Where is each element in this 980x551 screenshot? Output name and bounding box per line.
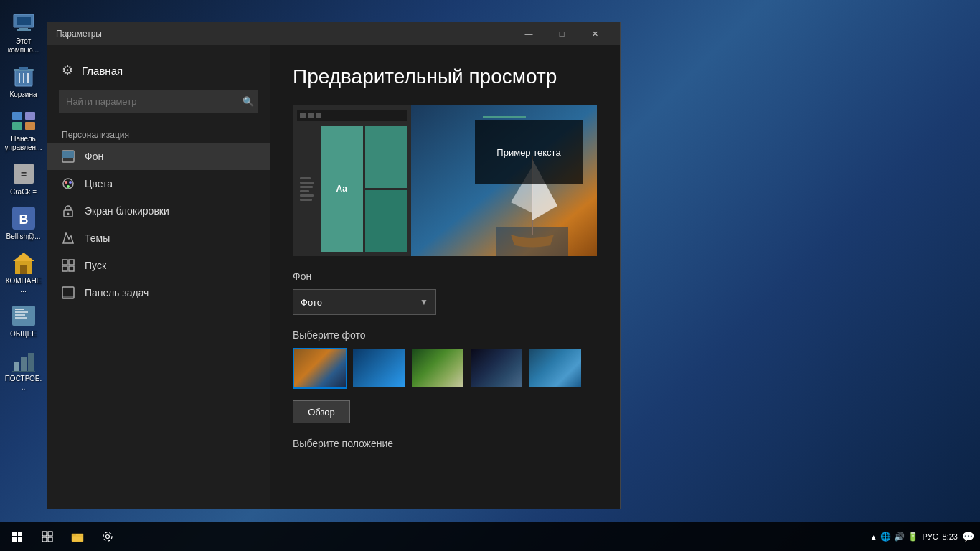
notification-icon[interactable]: 💬	[962, 531, 974, 542]
desktop-icon-recycle[interactable]: Корзина	[2, 60, 45, 102]
dropdown-value: Фото	[301, 297, 322, 308]
svg-rect-50	[48, 537, 52, 542]
svg-rect-26	[15, 317, 27, 319]
sidebar-item-taskbar[interactable]: Панель задач	[47, 279, 270, 306]
svg-rect-44	[62, 296, 74, 298]
photo-thumb-2[interactable]	[352, 348, 406, 389]
photo-grid	[293, 348, 597, 389]
sidebar-item-colors-label: Цвета	[85, 178, 113, 189]
desktop-icon-this-pc[interactable]: Этот компью...	[2, 7, 45, 57]
preview-left-panel: Aa	[293, 105, 411, 256]
vk-label: Bellish@...	[6, 232, 41, 241]
sidebar-home[interactable]: ⚙ Главная	[47, 57, 270, 84]
photo-thumb-5[interactable]	[528, 348, 583, 389]
general-label: ОБЩЕЕ	[10, 330, 37, 339]
svg-rect-39	[62, 260, 67, 265]
svg-rect-21	[20, 265, 27, 274]
search-input[interactable]	[59, 90, 258, 113]
control-panel-label: Панель управлен...	[5, 135, 42, 152]
photo-thumb-1[interactable]	[293, 348, 347, 389]
sidebar-item-background[interactable]: Фон	[47, 143, 270, 170]
built-label: ПОСТРОЕ...	[5, 375, 42, 392]
svg-rect-25	[15, 314, 25, 316]
svg-rect-30	[12, 371, 35, 372]
start-button[interactable]	[3, 522, 32, 551]
desktop-icon-vk[interactable]: B Bellish@...	[2, 202, 45, 244]
window-body: ⚙ Главная 🔍 Персонализация Фон	[47, 45, 620, 509]
system-tray: ▲ 🌐 🔊 🔋	[870, 532, 918, 542]
vk-icon: B	[11, 205, 37, 231]
network-icon[interactable]: 🌐	[880, 532, 891, 542]
windows-logo-icon	[12, 532, 22, 542]
svg-text:B: B	[19, 212, 28, 227]
svg-rect-28	[21, 357, 27, 372]
search-box: 🔍	[59, 90, 258, 113]
file-explorer-button[interactable]	[63, 522, 92, 551]
desktop-icon-built[interactable]: ПОСТРОЕ...	[2, 344, 45, 395]
dropdown-arrow-icon: ▼	[420, 297, 428, 307]
preview-taskbar-mock	[297, 110, 407, 121]
sidebar-item-taskbar-label: Панель задач	[85, 287, 149, 298]
svg-point-36	[67, 185, 70, 188]
preview-right-panel: Пример текста	[411, 105, 597, 256]
photo-section-label: Выберите фото	[293, 329, 597, 341]
task-view-button[interactable]	[33, 522, 62, 551]
desktop-icon-general[interactable]: ОБЩЕЕ	[2, 300, 45, 342]
minimize-button[interactable]: —	[512, 22, 545, 45]
start-nav-icon	[62, 259, 75, 272]
svg-rect-12	[25, 112, 35, 120]
photo-thumb-4[interactable]	[469, 348, 524, 389]
maximize-button[interactable]: □	[545, 22, 578, 45]
photo-thumb-3[interactable]	[410, 348, 465, 389]
recycle-icon	[11, 63, 37, 89]
position-label: Выберите положение	[293, 438, 597, 449]
close-button[interactable]: ✕	[578, 22, 611, 45]
company-label: КОМПАНЕ...	[5, 277, 42, 294]
battery-icon[interactable]: 🔋	[908, 532, 918, 542]
settings-window: Параметры — □ ✕ ⚙ Главная 🔍 Персонализац…	[47, 22, 621, 509]
background-dropdown[interactable]: Фото ▼	[293, 289, 436, 315]
background-section-label: Фон	[293, 270, 597, 282]
svg-rect-47	[42, 532, 47, 536]
desktop-icon-company[interactable]: КОМПАНЕ...	[2, 247, 45, 297]
this-pc-label: Этот компью...	[5, 37, 42, 55]
language-indicator[interactable]: РУС	[923, 532, 938, 541]
this-pc-icon	[11, 10, 37, 36]
desktop-icon-control-panel[interactable]: Панель управлен...	[2, 105, 45, 155]
sidebar-item-colors[interactable]: Цвета	[47, 170, 270, 197]
search-icon[interactable]: 🔍	[242, 96, 254, 107]
volume-icon[interactable]: 🔊	[894, 532, 905, 542]
svg-rect-23	[15, 309, 24, 310]
sidebar-home-label: Главная	[82, 65, 123, 77]
svg-rect-27	[14, 362, 19, 372]
time-block[interactable]: 8:23	[943, 532, 958, 542]
svg-rect-13	[12, 122, 22, 130]
taskbar-left	[0, 522, 125, 551]
taskbar: ▲ 🌐 🔊 🔋 РУС 8:23 💬	[0, 522, 980, 551]
settings-sidebar: ⚙ Главная 🔍 Персонализация Фон	[47, 45, 270, 509]
home-icon: ⚙	[62, 62, 73, 78]
svg-point-35	[69, 181, 72, 184]
chevron-up-icon[interactable]: ▲	[870, 533, 877, 541]
preview-area: Aa	[293, 105, 597, 256]
preview-accent-line	[483, 116, 526, 118]
taskbar-nav-icon	[62, 286, 75, 299]
settings-taskbar-button[interactable]	[93, 522, 122, 551]
svg-rect-41	[62, 266, 67, 271]
browse-button[interactable]: Обзор	[293, 400, 350, 423]
svg-point-54	[103, 532, 112, 541]
preview-text-box: Пример текста	[475, 120, 583, 184]
svg-rect-49	[42, 537, 47, 542]
colors-nav-icon	[62, 177, 75, 190]
desktop-icon-crack[interactable]: = CraCk =	[2, 158, 45, 199]
sidebar-item-lock-screen[interactable]: Экран блокировки	[47, 197, 270, 225]
svg-point-53	[106, 535, 110, 539]
built-icon	[11, 347, 37, 373]
sidebar-item-themes[interactable]: Темы	[47, 225, 270, 252]
photo-thumb-1-image	[294, 349, 346, 387]
general-icon	[11, 303, 37, 329]
sidebar-item-start[interactable]: Пуск	[47, 252, 270, 279]
window-controls: — □ ✕	[512, 22, 611, 45]
svg-point-38	[67, 213, 70, 215]
svg-point-34	[65, 181, 67, 184]
